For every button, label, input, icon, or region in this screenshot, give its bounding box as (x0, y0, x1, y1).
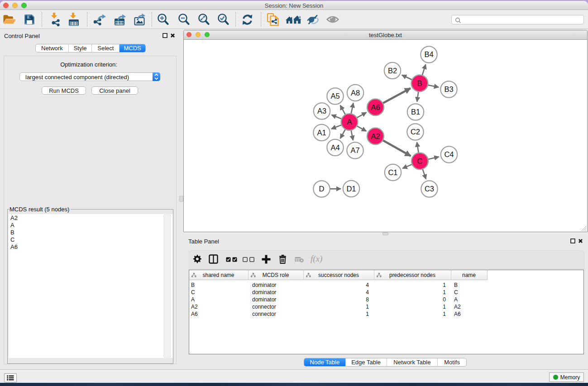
svg-text:C: C (417, 157, 423, 165)
svg-text:A4: A4 (330, 143, 339, 152)
svg-text:C4: C4 (444, 150, 454, 158)
svg-text:A6: A6 (371, 103, 380, 111)
svg-text:D: D (319, 185, 325, 193)
svg-text:B: B (417, 79, 422, 87)
svg-text:B1: B1 (411, 108, 420, 116)
svg-text:A8: A8 (351, 89, 360, 97)
svg-text:B4: B4 (424, 50, 433, 58)
svg-text:B3: B3 (444, 85, 453, 93)
svg-text:C2: C2 (411, 128, 420, 136)
svg-text:A: A (347, 118, 352, 126)
svg-text:A3: A3 (317, 107, 326, 115)
svg-text:C3: C3 (425, 185, 434, 193)
svg-text:A2: A2 (371, 132, 380, 140)
svg-text:B2: B2 (388, 67, 397, 75)
svg-text:A7: A7 (350, 146, 359, 154)
svg-text:D1: D1 (346, 185, 356, 193)
svg-text:A5: A5 (330, 92, 339, 100)
svg-text:C1: C1 (388, 168, 397, 176)
svg-text:A1: A1 (317, 129, 326, 137)
